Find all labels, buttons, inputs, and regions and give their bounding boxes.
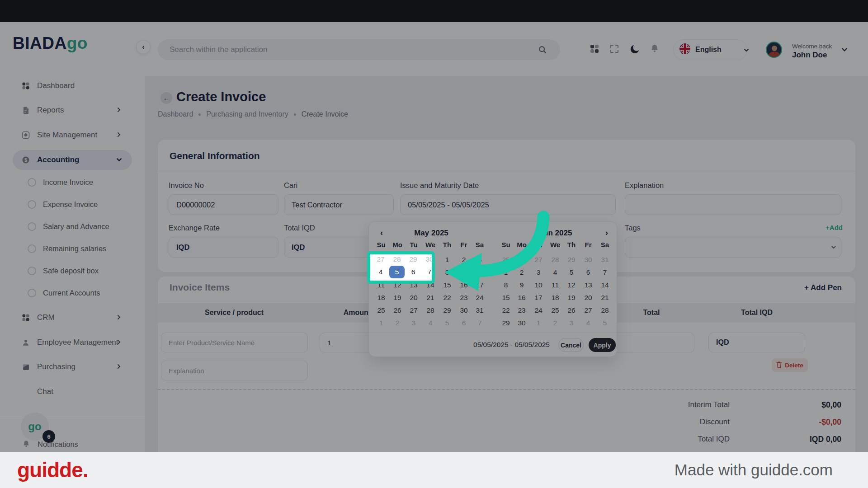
sidebar-item-notifications[interactable]: Notifications	[0, 436, 145, 452]
calendar-day-cell[interactable]: 29	[440, 305, 454, 316]
calendar-day-cell[interactable]: 30	[581, 254, 595, 265]
calendar-day-cell[interactable]: 3	[472, 254, 487, 265]
sidebar-subitem-remaining-salaries[interactable]: Remaining salaries	[0, 239, 145, 258]
calendar-day-cell[interactable]: 6	[581, 267, 595, 278]
calendar-day-cell[interactable]: 29	[564, 254, 579, 265]
calendar-day-cell[interactable]: 24	[531, 305, 546, 316]
calendar-day-cell[interactable]: 3	[531, 267, 546, 278]
product-name-input[interactable]	[161, 333, 308, 352]
calendar-day-cell[interactable]: 15	[499, 292, 513, 303]
calendar-day-cell[interactable]: 30	[457, 305, 471, 316]
calendar-day-cell[interactable]: 10	[531, 280, 546, 291]
calendar-day-cell[interactable]: 20	[581, 292, 595, 303]
calendar-day-cell[interactable]: 25	[499, 254, 513, 265]
calendar-day-cell[interactable]: 6	[406, 267, 420, 277]
sidebar-subitem-income-invoice[interactable]: Income Invoice	[0, 173, 145, 191]
sidebar-subitem-current-accounts[interactable]: Current Accounts	[0, 284, 145, 302]
breadcrumb-create-invoice[interactable]: Create Invoice	[302, 110, 348, 118]
calendar-day-cell[interactable]: 21	[598, 292, 612, 303]
sidebar-item-reports[interactable]: Reports	[0, 100, 145, 120]
calendar-day-cell[interactable]: 1	[374, 318, 388, 328]
calendar-day-cell[interactable]: 5	[564, 267, 579, 278]
calendar-day-cell[interactable]: 25	[548, 305, 562, 316]
calendar-day-cell[interactable]: 26	[564, 305, 579, 316]
calendar-day-cell[interactable]: 7	[472, 318, 487, 328]
calendar-day-cell[interactable]: 17	[531, 292, 546, 303]
calendar-day-cell[interactable]: 31	[472, 305, 487, 316]
calendar-day-cell[interactable]: 19	[390, 292, 405, 303]
cancel-button[interactable]: Cancel	[558, 338, 584, 352]
calendar-day-cell[interactable]: 7	[422, 267, 435, 277]
delete-row-button[interactable]: Delete	[772, 358, 808, 372]
notifications-bell-icon[interactable]	[649, 43, 661, 55]
calendar-prev-icon[interactable]: ‹	[377, 228, 386, 237]
back-button[interactable]: ←	[160, 92, 172, 104]
calendar-day-cell[interactable]: 16	[514, 292, 529, 303]
language-selector[interactable]: English	[673, 39, 747, 60]
calendar-day-cell[interactable]: 9	[457, 267, 471, 278]
calendar-day-cell[interactable]: 5	[440, 318, 454, 328]
exchange-rate-input[interactable]	[169, 237, 278, 258]
invoice-no-input[interactable]	[169, 194, 278, 215]
calendar-day-cell[interactable]: 14	[598, 280, 612, 291]
sidebar-item-dashboard[interactable]: Dashboard	[0, 76, 145, 96]
sidebar-item-crm[interactable]: CRM	[0, 308, 145, 328]
calendar-day-cell[interactable]: 28	[548, 254, 562, 265]
user-avatar[interactable]	[766, 42, 782, 58]
calendar-day-cell[interactable]: 27	[373, 254, 388, 265]
row-explanation-input[interactable]	[161, 361, 308, 380]
calendar-day-cell[interactable]: 17	[472, 280, 487, 291]
fullscreen-icon[interactable]	[609, 43, 621, 55]
calendar-day-cell[interactable]: 21	[423, 292, 438, 303]
calendar-day-cell[interactable]: 26	[514, 254, 529, 265]
calendar-day-cell[interactable]: 8	[440, 267, 454, 278]
calendar-day-cell[interactable]: 23	[457, 292, 471, 303]
calendar-day-cell[interactable]: 28	[598, 305, 612, 316]
calendar-day-cell[interactable]: 7	[598, 267, 612, 278]
calendar-day-cell[interactable]: 29	[499, 318, 513, 328]
calendar-day-cell[interactable]: 2	[457, 254, 471, 265]
sidebar-subitem-expense-invoice[interactable]: Expense Invoice	[0, 195, 145, 213]
calendar-day-cell[interactable]: 4	[423, 318, 438, 328]
sidebar-item-purchasing[interactable]: Purchasing	[0, 357, 145, 377]
calendar-day-cell[interactable]: 13	[581, 280, 595, 291]
calendar-day-cell[interactable]: 19	[564, 292, 579, 303]
calendar-day-cell[interactable]: 3	[564, 318, 579, 328]
calendar-day-cell[interactable]: 18	[374, 292, 388, 303]
sidebar-subitem-salary-and-advance[interactable]: Salary and Advance	[0, 217, 145, 235]
cari-input[interactable]	[284, 194, 394, 215]
sidebar-item-chat[interactable]: Chat	[0, 382, 145, 402]
sidebar-item-employee-management[interactable]: Employee Management	[0, 333, 145, 352]
calendar-day-cell[interactable]: 1	[499, 267, 513, 278]
calendar-day-cell[interactable]: 16	[457, 280, 471, 291]
user-menu-chevron-icon[interactable]	[841, 46, 848, 55]
search-input[interactable]	[170, 39, 522, 60]
calendar-day-cell[interactable]: 28	[423, 305, 438, 316]
calendar-day-cell[interactable]: 4	[373, 267, 388, 277]
calendar-day-cell[interactable]: 27	[531, 254, 546, 265]
dark-mode-moon-icon[interactable]	[629, 43, 641, 55]
calendar-day-cell[interactable]: 23	[514, 305, 529, 316]
calendar-day-cell[interactable]: 2	[514, 267, 529, 278]
calendar-day-cell[interactable]: 27	[581, 305, 595, 316]
sidebar-item-accounting[interactable]: $Accounting	[0, 150, 145, 170]
calendar-day-cell[interactable]: 4	[548, 267, 562, 278]
calendar-day-cell[interactable]: 10	[472, 267, 487, 278]
add-item-button[interactable]: + Add Pen	[804, 283, 842, 292]
calendar-day-cell[interactable]: 25	[374, 305, 388, 316]
calendar-next-icon[interactable]: ›	[602, 228, 611, 237]
total-input[interactable]	[611, 333, 694, 352]
calendar-day-cell[interactable]: 5	[598, 318, 612, 328]
calendar-day-cell[interactable]: 27	[406, 305, 421, 316]
apps-grid-icon[interactable]	[589, 43, 601, 55]
calendar-day-cell[interactable]: 24	[472, 292, 487, 303]
calendar-day-cell[interactable]: 30	[514, 318, 529, 328]
sidebar-collapse-button[interactable]: ‹	[136, 40, 151, 54]
calendar-day-cell[interactable]: 22	[499, 305, 513, 316]
date-range-input[interactable]	[400, 194, 616, 215]
calendar-day-cell[interactable]: 1	[531, 318, 546, 328]
calendar-day-cell[interactable]: 26	[390, 305, 405, 316]
calendar-day-cell[interactable]: 31	[598, 254, 612, 265]
tags-select[interactable]	[625, 237, 841, 258]
breadcrumb-dashboard[interactable]: Dashboard	[158, 110, 193, 118]
